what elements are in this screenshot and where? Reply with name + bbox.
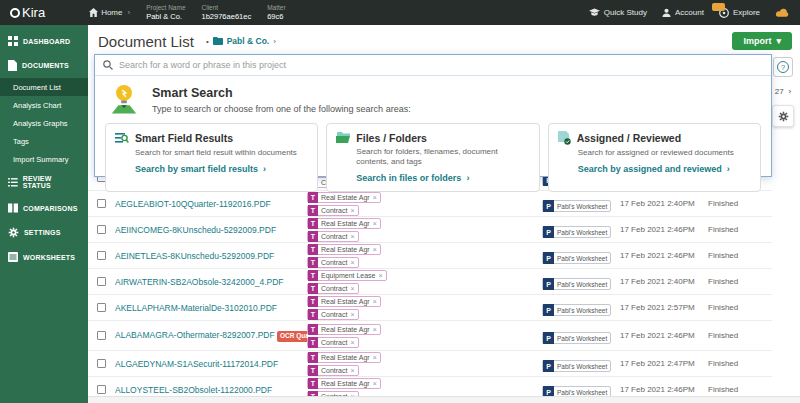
- tag-remove-icon[interactable]: ×: [350, 207, 357, 214]
- tag-remove-icon[interactable]: ×: [350, 367, 357, 374]
- tag-chip[interactable]: TContract×: [307, 337, 359, 348]
- search-bar: [95, 55, 771, 76]
- tag-remove-icon[interactable]: ×: [373, 354, 380, 361]
- tag-remove-icon[interactable]: ×: [350, 285, 357, 292]
- tag-icon: T: [308, 205, 318, 216]
- sidebar-item-settings[interactable]: SETTINGS: [0, 220, 88, 245]
- document-link[interactable]: AEIINCOMEG-8KUnschedu-5292009.PDF: [115, 225, 307, 235]
- sidebar-item-dashboard[interactable]: DASHBOARD: [0, 29, 88, 53]
- row-checkbox[interactable]: [97, 225, 106, 234]
- document-link[interactable]: ALLOYSTEEL-SB2Obsolet-1122000.PDF: [115, 385, 307, 395]
- tag-remove-icon[interactable]: ×: [373, 326, 380, 333]
- tag-remove-icon[interactable]: ×: [350, 259, 357, 266]
- tag-remove-icon[interactable]: ×: [373, 298, 380, 305]
- graduation-cap-icon: [589, 8, 600, 17]
- search-by-assigned-link[interactable]: Search by assigned and reviewed ›: [578, 164, 751, 174]
- tag-remove-icon[interactable]: ×: [373, 246, 380, 253]
- cloud-upload-icon[interactable]: [775, 8, 790, 18]
- sidebar-item-review-status[interactable]: REVIEW STATUS: [0, 168, 88, 196]
- document-link[interactable]: AKELLAPHARM-MaterialDe-3102010.PDF: [115, 303, 307, 313]
- worksheet-badge[interactable]: PPabl's Worksheet: [542, 332, 611, 344]
- tag-icon: T: [308, 270, 318, 281]
- row-checkbox[interactable]: [97, 251, 106, 260]
- worksheet-icon: P: [543, 252, 554, 264]
- smart-search-lamp-icon: [109, 83, 139, 116]
- tag-chip[interactable]: TReal Estate Agr×: [307, 296, 381, 307]
- table-row: AEINETLEAS-8KUnschedu-5292009.PDF TReal …: [88, 243, 772, 269]
- document-link[interactable]: ALGAEDYNAM-S1ASecurit-11172014.PDF: [115, 359, 307, 369]
- tag-chip[interactable]: TContract×: [307, 283, 359, 294]
- tag-remove-icon[interactable]: ×: [373, 380, 380, 387]
- tag-chip[interactable]: TReal Estate Agr×: [307, 244, 381, 255]
- tag-remove-icon[interactable]: ×: [350, 233, 357, 240]
- pagination-next-icon[interactable]: ›: [789, 87, 792, 96]
- breadcrumb-dot: •: [206, 37, 209, 46]
- sidebar-item-tags[interactable]: Tags: [0, 132, 88, 150]
- worksheet-badge[interactable]: PPabl's Worksheet: [542, 278, 611, 290]
- worksheet-badge[interactable]: PPabl's Worksheet: [542, 200, 611, 212]
- search-in-files-link[interactable]: Search in files or folders ›: [356, 173, 529, 183]
- dashboard-icon: [8, 36, 18, 46]
- tag-chip[interactable]: TReal Estate Agr×: [307, 378, 381, 389]
- sidebar-item-comparisons[interactable]: COMPARISONS: [0, 196, 88, 220]
- notification-badge: [712, 3, 725, 11]
- sidebar-item-documents[interactable]: DOCUMENTS: [0, 53, 88, 78]
- search-input[interactable]: [119, 60, 763, 70]
- kira-logo[interactable]: Kira: [10, 5, 45, 20]
- sidebar-item-document-list[interactable]: Document List: [0, 78, 88, 96]
- client-value: 1b2976ae61ec: [202, 12, 252, 21]
- tag-chip[interactable]: TContract×: [307, 309, 359, 320]
- tag-remove-icon[interactable]: ×: [350, 339, 357, 346]
- tag-remove-icon[interactable]: ×: [350, 311, 357, 318]
- tag-chip[interactable]: TReal Estate Agr×: [307, 324, 381, 335]
- tag-remove-icon[interactable]: ×: [378, 272, 385, 279]
- breadcrumb[interactable]: • Pabl & Co. ›: [206, 36, 276, 46]
- tag-chip[interactable]: TContract×: [307, 231, 359, 242]
- card-files-folders[interactable]: Files / Folders Search for folders, file…: [326, 123, 539, 192]
- row-checkbox[interactable]: [97, 303, 106, 312]
- document-link[interactable]: AEINETLEAS-8KUnschedu-5292009.PDF: [115, 251, 307, 261]
- document-link[interactable]: ALABAMAGRA-Othermater-8292007.PDF: [115, 330, 275, 340]
- card-title: Assigned / Reviewed: [577, 132, 681, 144]
- help-button[interactable]: ?: [773, 57, 793, 77]
- sidebar-item-import-summary[interactable]: Import Summary: [0, 150, 88, 168]
- row-checkbox[interactable]: [97, 385, 106, 394]
- import-date: 17 Feb 2021 2:57PM: [620, 303, 708, 312]
- row-checkbox[interactable]: [97, 277, 106, 286]
- card-smart-field-results[interactable]: Smart Field Results Search for smart fie…: [105, 123, 318, 192]
- worksheet-badge[interactable]: PPabl's Worksheet: [542, 252, 611, 264]
- ocr-quality-badge[interactable]: OCR Quality3: [277, 331, 307, 342]
- table-settings-button[interactable]: [772, 105, 794, 127]
- card-assigned-reviewed[interactable]: Assigned / Reviewed Search for assigned …: [548, 123, 761, 192]
- quick-study-button[interactable]: Quick Study: [589, 8, 647, 17]
- sidebar-item-analysis-graphs[interactable]: Analysis Graphs: [0, 114, 88, 132]
- explore-button[interactable]: Explore: [719, 8, 760, 18]
- horizontal-scrollbar[interactable]: [88, 396, 800, 403]
- search-area-cards: Smart Field Results Search for smart fie…: [95, 121, 771, 201]
- tag-chip[interactable]: TEquipment Lease×: [307, 270, 387, 281]
- card-description: Search for folders, filenames, document …: [356, 147, 529, 167]
- worksheet-badge[interactable]: PPabl's Worksheet: [542, 226, 611, 238]
- sidebar-item-worksheets[interactable]: WORKSHEETS: [0, 245, 88, 269]
- worksheet-badge[interactable]: PPabl's Worksheet: [542, 360, 611, 372]
- tag-chip[interactable]: TReal Estate Agr×: [307, 218, 381, 229]
- document-link[interactable]: AIRWATERIN-SB2AObsole-3242000_4.PDF: [115, 277, 307, 287]
- account-button[interactable]: Account: [662, 8, 704, 17]
- project-info: Project Name Pabl & Co.: [146, 4, 185, 22]
- worksheet-badge[interactable]: PPabl's Worksheet: [542, 304, 611, 316]
- tag-chip[interactable]: TContract×: [307, 257, 359, 268]
- tag-chip[interactable]: TContract×: [307, 365, 359, 376]
- row-checkbox[interactable]: [97, 331, 106, 340]
- card-description: Search for smart field result within doc…: [135, 148, 308, 158]
- home-link[interactable]: Home ›: [89, 8, 130, 17]
- project-label: Project Name: [146, 4, 185, 12]
- sidebar-item-analysis-chart[interactable]: Analysis Chart: [0, 96, 88, 114]
- quick-study-label: Quick Study: [604, 8, 647, 17]
- import-button[interactable]: Import ▾: [732, 32, 792, 50]
- tag-remove-icon[interactable]: ×: [373, 220, 380, 227]
- search-by-smart-field-link[interactable]: Search by smart field results ›: [135, 164, 308, 174]
- tag-chip[interactable]: TContract×: [307, 205, 359, 216]
- row-checkbox[interactable]: [97, 359, 106, 368]
- tag-chip[interactable]: TReal Estate Agr×: [307, 352, 381, 363]
- tag-icon: T: [308, 283, 318, 294]
